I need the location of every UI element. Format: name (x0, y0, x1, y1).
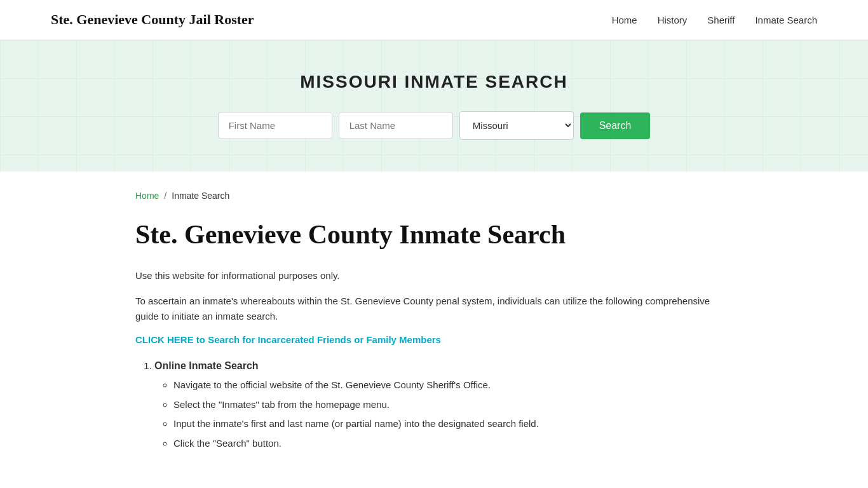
state-select[interactable]: Missouri Alabama Alaska Arizona Arkansas… (459, 111, 574, 140)
hero-banner: MISSOURI INMATE SEARCH Missouri Alabama … (0, 40, 868, 172)
steps-list: Online Inmate Search Navigate to the off… (135, 360, 733, 451)
breadcrumb: Home / Inmate Search (135, 191, 733, 201)
nav-home[interactable]: Home (612, 15, 637, 25)
sub-list-item: Input the inmate's first and last name (… (173, 417, 733, 431)
breadcrumb-separator: / (164, 191, 166, 201)
sub-list-item: Click the "Search" button. (173, 437, 733, 451)
main-nav: Home History Sheriff Inmate Search (612, 15, 817, 25)
page-heading: Ste. Genevieve County Inmate Search (135, 219, 733, 250)
sub-list: Navigate to the official website of the … (154, 378, 733, 451)
nav-inmate-search[interactable]: Inmate Search (755, 15, 817, 25)
nav-sheriff[interactable]: Sheriff (707, 15, 735, 25)
nav-history[interactable]: History (658, 15, 688, 25)
main-content: Home / Inmate Search Ste. Genevieve Coun… (85, 172, 783, 488)
site-title: Ste. Genevieve County Jail Roster (51, 11, 254, 28)
sub-list-item: Select the "Inmates" tab from the homepa… (173, 398, 733, 412)
search-button[interactable]: Search (580, 112, 651, 139)
last-name-input[interactable] (339, 112, 453, 139)
list-item: Online Inmate Search Navigate to the off… (154, 360, 733, 451)
hero-title: MISSOURI INMATE SEARCH (13, 72, 855, 92)
sub-list-item: Navigate to the official website of the … (173, 378, 733, 393)
breadcrumb-current: Inmate Search (172, 191, 229, 201)
body-para-1: Use this website for informational purpo… (135, 268, 733, 283)
cta-link[interactable]: CLICK HERE to Search for Incarcerated Fr… (135, 334, 441, 345)
body-para-2: To ascertain an inmate's whereabouts wit… (135, 294, 733, 324)
site-header: Ste. Genevieve County Jail Roster Home H… (0, 0, 868, 40)
search-form: Missouri Alabama Alaska Arizona Arkansas… (13, 111, 855, 140)
first-name-input[interactable] (218, 112, 332, 139)
breadcrumb-home-link[interactable]: Home (135, 191, 159, 201)
step-label: Online Inmate Search (154, 360, 259, 371)
